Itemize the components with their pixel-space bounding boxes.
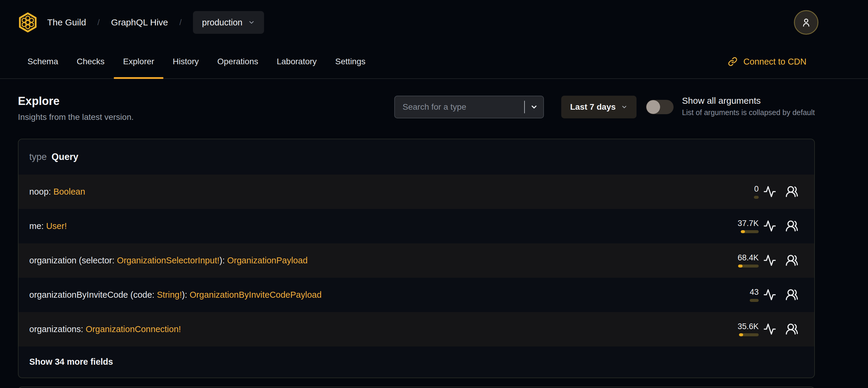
type-reference-link[interactable]: OrganizationSelectorInput!	[117, 256, 219, 265]
toggle-knob	[646, 100, 660, 114]
target-selector-label: production	[202, 18, 242, 28]
users-icon[interactable]	[781, 181, 803, 203]
field-usage-bar-fill	[738, 265, 743, 268]
activity-icon[interactable]	[759, 249, 781, 271]
field-list: noop: Boolean 0 me: User!	[19, 175, 814, 347]
field-stats: 35.6K	[720, 318, 803, 340]
field-stats: 68.4K	[720, 249, 803, 271]
search-input[interactable]	[395, 102, 524, 112]
page-subtitle: Insights from the latest version.	[18, 112, 134, 122]
toggle-label: Show all arguments	[682, 96, 815, 106]
cdn-link-label: Connect to CDN	[743, 57, 806, 67]
users-icon[interactable]	[781, 318, 803, 340]
chevron-down-icon	[530, 103, 538, 111]
field-signature: noop: Boolean	[29, 187, 85, 197]
type-name[interactable]: Query	[52, 152, 79, 162]
field-usage-count: 68.4K	[738, 253, 759, 263]
connect-to-cdn-link[interactable]: Connect to CDN	[728, 45, 806, 78]
field-name-text: me:	[29, 221, 46, 231]
next-type-card-partial	[18, 387, 815, 388]
nav-tabs: SchemaChecksExplorerHistoryOperationsLab…	[18, 45, 375, 78]
users-icon[interactable]	[781, 249, 803, 271]
field-usage-count: 43	[750, 288, 759, 297]
period-selector-button[interactable]: Last 7 days	[561, 96, 637, 118]
page-title-block: Explore Insights from the latest version…	[18, 94, 134, 122]
field-usage: 0	[720, 184, 759, 199]
tab-history[interactable]: History	[163, 45, 208, 78]
target-selector[interactable]: production	[193, 11, 264, 34]
field-usage: 37.7K	[720, 219, 759, 233]
field-row: organizations: OrganizationConnection! 3…	[19, 312, 814, 347]
type-reference-link[interactable]: String!	[157, 290, 182, 300]
field-usage: 68.4K	[720, 253, 759, 268]
tab-operations[interactable]: Operations	[208, 45, 267, 78]
breadcrumb-separator: /	[180, 18, 182, 27]
field-stats: 0	[720, 181, 803, 203]
field-signature: me: User!	[29, 221, 67, 231]
top-bar-left: The Guild / GraphQL Hive / production	[18, 11, 264, 34]
field-signature: organizationByInviteCode (code: String!)…	[29, 290, 322, 300]
field-row: organization (selector: OrganizationSele…	[19, 243, 814, 278]
type-reference-link[interactable]: OrganizationPayload	[227, 256, 308, 265]
breadcrumb: The Guild / GraphQL Hive / production	[47, 11, 264, 34]
activity-icon[interactable]	[759, 318, 781, 340]
field-name-text: ):	[220, 256, 227, 265]
tab-schema[interactable]: Schema	[18, 45, 67, 78]
type-card-header: type Query	[19, 139, 814, 175]
users-icon[interactable]	[781, 284, 803, 306]
tab-settings[interactable]: Settings	[326, 45, 375, 78]
field-usage-bar	[739, 333, 759, 336]
breadcrumb-organization[interactable]: The Guild	[47, 17, 86, 28]
field-usage-bar	[750, 299, 759, 302]
field-usage-count: 37.7K	[738, 219, 759, 228]
breadcrumb-separator: /	[97, 18, 100, 27]
field-name-text: noop:	[29, 187, 54, 197]
field-name-text: organization (selector:	[29, 256, 117, 265]
tab-checks[interactable]: Checks	[67, 45, 114, 78]
breadcrumb-project[interactable]: GraphQL Hive	[111, 17, 168, 28]
field-signature: organizations: OrganizationConnection!	[29, 324, 181, 334]
field-usage-bar	[741, 230, 759, 233]
activity-icon[interactable]	[759, 181, 781, 203]
activity-icon[interactable]	[759, 284, 781, 306]
chevron-down-icon	[248, 19, 255, 26]
type-reference-link[interactable]: Boolean	[54, 187, 85, 197]
field-row: noop: Boolean 0	[19, 175, 814, 209]
toggle-description: List of arguments is collapsed by defaul…	[682, 108, 815, 117]
top-bar: The Guild / GraphQL Hive / production	[0, 0, 868, 45]
nav-bar: SchemaChecksExplorerHistoryOperationsLab…	[0, 45, 868, 79]
type-reference-link[interactable]: OrganizationConnection!	[86, 324, 181, 334]
field-stats: 43	[720, 284, 803, 306]
type-kind-label: type	[29, 152, 47, 162]
activity-icon[interactable]	[759, 215, 781, 237]
field-signature: organization (selector: OrganizationSele…	[29, 256, 308, 265]
main-content: Explore Insights from the latest version…	[0, 94, 868, 388]
link-icon	[728, 57, 738, 66]
app-header: The Guild / GraphQL Hive / production	[0, 0, 868, 79]
show-all-arguments-toggle[interactable]	[646, 100, 674, 114]
user-icon	[800, 17, 812, 28]
tab-explorer[interactable]: Explorer	[114, 45, 163, 78]
field-name-text: organizationByInviteCode (code:	[29, 290, 157, 300]
field-usage-bar	[738, 265, 759, 268]
show-more-fields-button[interactable]: Show 34 more fields	[19, 347, 814, 378]
tab-laboratory[interactable]: Laboratory	[267, 45, 326, 78]
page-title: Explore	[18, 94, 134, 108]
field-name-text: organizations:	[29, 324, 86, 334]
explorer-controls: Last 7 days Show all arguments List of a…	[394, 96, 815, 118]
field-usage-count: 0	[754, 184, 759, 194]
field-usage-count: 35.6K	[738, 322, 759, 331]
field-usage: 35.6K	[720, 322, 759, 336]
users-icon[interactable]	[781, 215, 803, 237]
hive-logo-icon[interactable]	[18, 12, 38, 33]
type-search-box	[394, 96, 544, 118]
field-stats: 37.7K	[720, 215, 803, 237]
field-usage-bar-fill	[739, 333, 743, 336]
field-row: me: User! 37.7K	[19, 209, 814, 243]
type-reference-link[interactable]: OrganizationByInviteCodePayload	[190, 290, 322, 300]
type-reference-link[interactable]: User!	[46, 221, 67, 231]
chevron-down-icon	[621, 104, 627, 110]
search-dropdown-button[interactable]	[525, 96, 543, 118]
field-name-text: ):	[182, 290, 190, 300]
user-avatar-button[interactable]	[794, 10, 818, 35]
